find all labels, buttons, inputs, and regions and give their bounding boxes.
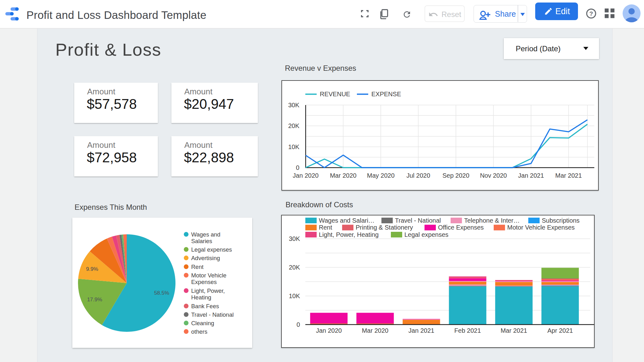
svg-text:Subscriptions: Subscriptions: [542, 217, 580, 224]
svg-text:Feb 2021: Feb 2021: [454, 327, 481, 334]
svg-text:Jan 2021: Jan 2021: [408, 327, 434, 334]
svg-text:Motor Vehicle Expenses: Motor Vehicle Expenses: [507, 224, 575, 231]
svg-text:Rent: Rent: [319, 224, 332, 231]
svg-text:30K: 30K: [289, 235, 300, 242]
svg-text:9.9%: 9.9%: [86, 266, 98, 272]
svg-text:Cleaning: Cleaning: [191, 320, 214, 326]
svg-text:17.9%: 17.9%: [87, 297, 102, 303]
svg-text:Travel - National: Travel - National: [395, 217, 441, 224]
svg-text:20K: 20K: [289, 264, 300, 271]
svg-text:Sep 2020: Sep 2020: [442, 172, 469, 179]
svg-text:Wages and: Wages and: [191, 231, 220, 238]
svg-text:Jan 2020: Jan 2020: [293, 172, 319, 179]
svg-text:Rent: Rent: [191, 264, 203, 270]
svg-text:REVENUE: REVENUE: [320, 91, 350, 97]
svg-text:Mar 2021: Mar 2021: [555, 172, 582, 179]
svg-text:Legal expenses: Legal expenses: [191, 246, 232, 253]
svg-text:others: others: [191, 328, 207, 335]
svg-text:58.5%: 58.5%: [154, 290, 169, 296]
svg-text:Heating: Heating: [191, 294, 211, 301]
svg-text:Light, Power, Heating: Light, Power, Heating: [319, 231, 379, 238]
svg-text:Mar 2020: Mar 2020: [362, 327, 389, 334]
svg-text:Salaries: Salaries: [191, 238, 212, 244]
svg-text:Apr 2021: Apr 2021: [547, 327, 573, 334]
svg-text:30K: 30K: [288, 102, 299, 109]
svg-text:0: 0: [297, 321, 300, 328]
svg-text:20K: 20K: [288, 122, 299, 129]
svg-text:Printing & Stationery: Printing & Stationery: [356, 224, 413, 231]
svg-text:0: 0: [296, 164, 299, 171]
svg-text:Mar 2021: Mar 2021: [501, 327, 527, 334]
svg-text:Light, Power,: Light, Power,: [191, 287, 225, 294]
svg-text:EXPENSE: EXPENSE: [371, 91, 401, 97]
svg-text:Advertising: Advertising: [191, 255, 220, 261]
svg-text:Telephone & Inter…: Telephone & Inter…: [464, 217, 520, 224]
svg-text:Travel - National: Travel - National: [191, 311, 234, 318]
svg-text:May 2020: May 2020: [367, 172, 395, 179]
svg-text:?: ?: [589, 10, 593, 17]
svg-text:Office Expenses: Office Expenses: [438, 224, 484, 231]
svg-text:Nov 2020: Nov 2020: [480, 172, 507, 179]
svg-text:Motor Vehicle: Motor Vehicle: [191, 272, 226, 279]
svg-text:Jan 2020: Jan 2020: [316, 327, 342, 334]
svg-text:10K: 10K: [289, 292, 300, 299]
svg-text:10K: 10K: [288, 143, 299, 150]
svg-text:Wages and Salari…: Wages and Salari…: [319, 217, 375, 224]
svg-text:Jan 2021: Jan 2021: [518, 172, 544, 179]
svg-text:Legal expenses: Legal expenses: [404, 231, 448, 238]
svg-text:Jul 2020: Jul 2020: [406, 172, 430, 179]
svg-text:Expenses: Expenses: [191, 279, 217, 285]
svg-text:Mar 2020: Mar 2020: [330, 172, 357, 179]
svg-text:Bank Fees: Bank Fees: [191, 303, 219, 309]
